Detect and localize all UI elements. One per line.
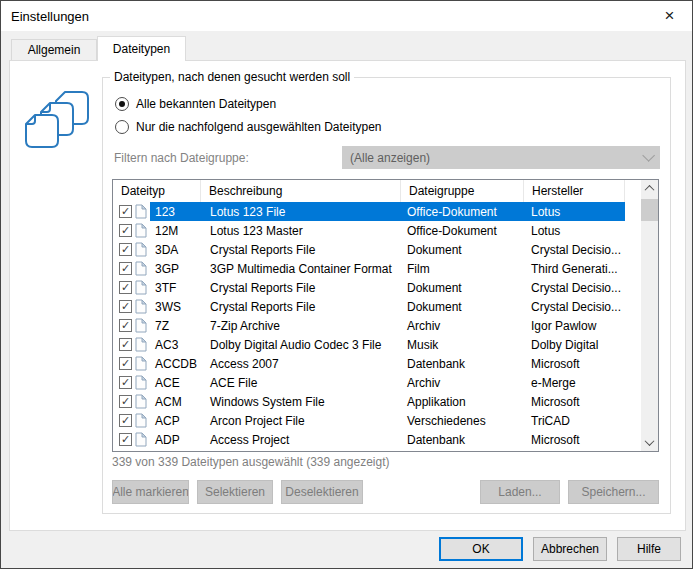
cell-beschreibung: Lotus 123 File [201, 202, 401, 221]
dialog-footer: OK Abbrechen Hilfe [1, 530, 692, 568]
cell-dateityp: 3GP [150, 259, 201, 278]
filetype-checkbox[interactable]: ✓ [119, 205, 132, 218]
filetypes-groupbox: Dateitypen, nach denen gesucht werden so… [102, 77, 671, 514]
cell-hersteller: Crystal Decisio... [524, 297, 625, 316]
filetype-checkbox[interactable]: ✓ [119, 224, 132, 237]
cell-hersteller: Lotus [524, 221, 625, 240]
settings-dialog: Einstellungen × Allgemein Dateitypen Dat… [0, 0, 693, 569]
select-button[interactable]: Selektieren [197, 480, 273, 504]
filetype-checkbox[interactable]: ✓ [119, 243, 132, 256]
file-icon [135, 223, 147, 238]
column-header-beschreibung[interactable]: Beschreibung [201, 180, 401, 202]
tab-allgemein[interactable]: Allgemein [11, 39, 97, 60]
window-title: Einstellungen [1, 9, 89, 24]
cell-beschreibung: 7-Zip Archive [201, 316, 401, 335]
filter-group-label: Filtern nach Dateigruppe: [114, 151, 249, 165]
radio-label: Nur die nachfolgend ausgewählten Dateity… [136, 120, 382, 134]
cell-dateigruppe: Dokument [401, 240, 524, 259]
deselect-button[interactable]: Deselektieren [281, 480, 363, 504]
table-row[interactable]: ✓ 7Z 7-Zip Archive Archiv Igor Pawlow [113, 316, 641, 335]
filetype-checkbox[interactable]: ✓ [119, 395, 132, 408]
cell-hersteller: Third Generati... [524, 259, 625, 278]
titlebar: Einstellungen × [1, 1, 692, 31]
tab-dateitypen[interactable]: Dateitypen [97, 36, 186, 61]
scroll-up-icon[interactable] [641, 180, 658, 197]
cell-hersteller: Igor Pawlow [524, 316, 625, 335]
table-row[interactable]: ✓ ACCDB Access 2007 Datenbank Microsoft [113, 354, 641, 373]
cell-dateigruppe: Dokument [401, 297, 524, 316]
cell-dateigruppe: Musik [401, 335, 524, 354]
cell-dateityp: 3TF [150, 278, 201, 297]
scrollbar-thumb[interactable] [641, 199, 658, 221]
radio-icon[interactable] [115, 120, 129, 134]
save-button[interactable]: Speichern... [568, 480, 659, 504]
filetype-checkbox[interactable]: ✓ [119, 357, 132, 370]
load-button[interactable]: Laden... [480, 480, 560, 504]
filetype-checkbox[interactable]: ✓ [119, 338, 132, 351]
cell-dateigruppe: Datenbank [401, 354, 524, 373]
column-header-dateigruppe[interactable]: Dateigruppe [401, 180, 524, 202]
file-icon [135, 356, 147, 371]
file-icon [135, 318, 147, 333]
cell-hersteller: TriCAD [524, 411, 625, 430]
filetypes-table[interactable]: Dateityp Beschreibung Dateigruppe Herste… [112, 179, 659, 452]
cell-dateigruppe: Office-Dokument [401, 202, 524, 221]
tab-label: Allgemein [28, 43, 81, 57]
filetype-checkbox[interactable]: ✓ [119, 300, 132, 313]
filetype-checkbox[interactable]: ✓ [119, 433, 132, 446]
column-header-hersteller[interactable]: Hersteller [524, 180, 625, 202]
cell-dateityp: 123 [150, 202, 201, 221]
radio-only-selected-filetypes[interactable]: Nur die nachfolgend ausgewählten Dateity… [115, 120, 382, 134]
cell-dateityp: 3WS [150, 297, 201, 316]
cell-hersteller: Lotus [524, 202, 625, 221]
cell-dateityp: 3DA [150, 240, 201, 259]
groupbox-legend: Dateitypen, nach denen gesucht werden so… [110, 70, 354, 84]
table-body: ✓ 123 Lotus 123 File Office-Dokument Lot… [113, 202, 641, 449]
table-row[interactable]: ✓ 12M Lotus 123 Master Office-Dokument L… [113, 221, 641, 240]
filetype-checkbox[interactable]: ✓ [119, 319, 132, 332]
filetype-checkbox[interactable]: ✓ [119, 414, 132, 427]
table-row[interactable]: ✓ ADP Access Project Datenbank Microsoft [113, 430, 641, 449]
table-row[interactable]: ✓ 3WS Crystal Reports File Dokument Crys… [113, 297, 641, 316]
table-row[interactable]: ✓ 123 Lotus 123 File Office-Dokument Lot… [113, 202, 641, 221]
filetype-checkbox[interactable]: ✓ [119, 376, 132, 389]
cell-dateigruppe: Office-Dokument [401, 221, 524, 240]
close-icon[interactable]: × [647, 1, 692, 31]
table-row[interactable]: ✓ ACM Windows System File Applikation Mi… [113, 392, 641, 411]
cell-beschreibung: Access 2007 [201, 354, 401, 373]
radio-all-known-filetypes[interactable]: Alle bekannten Dateitypen [115, 97, 276, 111]
mark-all-button[interactable]: Alle markieren [112, 480, 189, 504]
cell-beschreibung: Crystal Reports File [201, 240, 401, 259]
cell-hersteller: Microsoft [524, 392, 625, 411]
table-row[interactable]: ✓ 3DA Crystal Reports File Dokument Crys… [113, 240, 641, 259]
vertical-scrollbar[interactable] [641, 180, 658, 451]
cell-dateigruppe: Verschiedenes [401, 411, 524, 430]
table-row[interactable]: ✓ AC3 Dolby Digital Audio Codec 3 File M… [113, 335, 641, 354]
help-button[interactable]: Hilfe [617, 537, 681, 561]
filetype-checkbox[interactable]: ✓ [119, 281, 132, 294]
file-icon [135, 432, 147, 447]
file-icon [135, 375, 147, 390]
cell-beschreibung: Arcon Project File [201, 411, 401, 430]
cell-dateigruppe: Archiv [401, 373, 524, 392]
scroll-down-icon[interactable] [641, 434, 658, 451]
file-icon [135, 280, 147, 295]
column-header-dateityp[interactable]: Dateityp [113, 180, 201, 202]
cell-dateigruppe: Dokument [401, 278, 524, 297]
cell-hersteller: Dolby Digital [524, 335, 625, 354]
file-icon [135, 242, 147, 257]
table-row[interactable]: ✓ ACP Arcon Project File Verschiedenes T… [113, 411, 641, 430]
cell-hersteller: Crystal Decisio... [524, 240, 625, 259]
table-row[interactable]: ✓ 3TF Crystal Reports File Dokument Crys… [113, 278, 641, 297]
filter-group-dropdown[interactable]: (Alle anzeigen) [342, 146, 660, 169]
cancel-button[interactable]: Abbrechen [533, 537, 607, 561]
cell-dateityp: ADP [150, 430, 201, 449]
cell-dateigruppe: Applikation [401, 392, 524, 411]
file-icon [135, 261, 147, 276]
ok-button[interactable]: OK [439, 537, 523, 561]
table-header: Dateityp Beschreibung Dateigruppe Herste… [113, 180, 641, 202]
table-row[interactable]: ✓ 3GP 3GP Multimedia Container Format Fi… [113, 259, 641, 278]
table-row[interactable]: ✓ ACE ACE File Archiv e-Merge [113, 373, 641, 392]
filetype-checkbox[interactable]: ✓ [119, 262, 132, 275]
radio-icon[interactable] [115, 97, 129, 111]
